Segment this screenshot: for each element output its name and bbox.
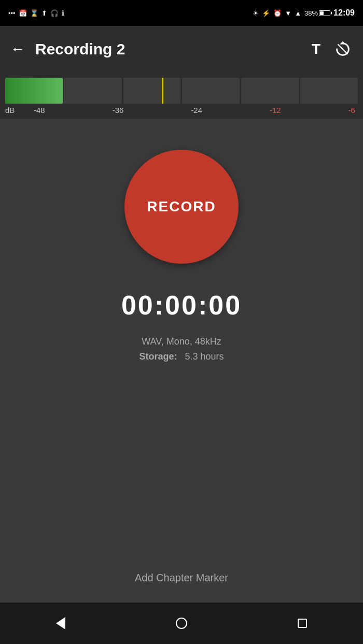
record-button-label: RECORD — [147, 198, 216, 215]
main-content: RECORD 00:00:00 WAV, Mono, 48kHz Storage… — [0, 119, 363, 603]
vu-meter-section: dB -48 -36 -24 -12 -6 — [0, 73, 363, 119]
back-triangle-icon — [56, 617, 65, 629]
recents-square-icon — [298, 619, 307, 628]
vu-label-12: -12 — [270, 106, 281, 115]
chapter-marker-button[interactable]: Add Chapter Marker — [127, 564, 236, 592]
storage-label: Storage: — [139, 351, 177, 362]
vu-segment-2 — [123, 78, 181, 104]
record-button[interactable]: RECORD — [124, 150, 239, 264]
nav-home-button[interactable] — [171, 613, 192, 634]
vu-marker — [162, 78, 163, 104]
storage-value: 5.3 hours — [185, 351, 224, 362]
vu-meter-bar — [5, 78, 358, 104]
status-bar: ••• 📅 ⌛ ⬆ 🎧 ℹ ☀ ⚡ ⏰ ▼ ▲ 38% 12:09 — [0, 0, 363, 26]
hourglass-icon: ⌛ — [30, 9, 38, 17]
signal-icon: ▲ — [295, 9, 301, 17]
vu-label-values: -48 -36 -24 -12 -6 — [31, 106, 358, 115]
status-bar-right: ☀ ⚡ ⏰ ▼ ▲ 38% 12:09 — [253, 8, 355, 18]
status-time: 12:09 — [333, 8, 355, 18]
text-button[interactable]: T — [312, 41, 320, 58]
vu-segment-active — [5, 78, 63, 104]
db-label: dB — [5, 106, 31, 115]
brightness-icon: ☀ — [253, 9, 259, 17]
wifi-icon: ▼ — [285, 9, 291, 17]
headphone-icon: 🎧 — [50, 9, 59, 17]
chapter-marker-label: Add Chapter Marker — [135, 572, 228, 583]
format-line: WAV, Mono, 48kHz — [139, 336, 224, 347]
vu-label-6: -6 — [348, 106, 355, 115]
bluetooth-icon: ⚡ — [262, 9, 270, 17]
upload-icon: ⬆ — [41, 9, 47, 17]
vu-label-24: -24 — [191, 106, 202, 115]
rotate-icon[interactable] — [333, 39, 353, 59]
home-circle-icon — [176, 618, 187, 629]
app-bar: ← Recording 2 T — [0, 26, 363, 73]
vu-segment-5 — [300, 78, 358, 104]
format-info: WAV, Mono, 48kHz Storage: 5.3 hours — [139, 336, 224, 362]
nav-recents-button[interactable] — [292, 613, 313, 634]
storage-line: Storage: 5.3 hours — [139, 351, 224, 362]
calendar-icon: 📅 — [19, 9, 27, 17]
battery-icon — [319, 10, 330, 16]
vu-segment-3 — [182, 78, 240, 104]
vu-segment-4 — [241, 78, 299, 104]
battery-percent: 38% — [304, 9, 318, 17]
back-button[interactable]: ← — [10, 42, 25, 56]
battery-indicator: 38% — [304, 9, 330, 17]
vu-segment-1 — [64, 78, 122, 104]
battery-fill — [320, 11, 324, 15]
vu-label-36: -36 — [113, 106, 124, 115]
svg-line-2 — [338, 45, 348, 54]
menu-dots-icon: ••• — [8, 9, 16, 17]
vu-label-48: -48 — [34, 106, 45, 115]
nav-bar — [0, 603, 363, 644]
page-title: Recording 2 — [35, 40, 312, 58]
alarm-icon: ⏰ — [273, 9, 282, 17]
vu-labels: dB -48 -36 -24 -12 -6 — [5, 104, 358, 119]
svg-marker-1 — [340, 41, 345, 45]
nav-back-button[interactable] — [50, 613, 71, 634]
timer-display: 00:00:00 — [121, 290, 242, 321]
info-icon: ℹ — [62, 9, 64, 17]
status-bar-left: ••• 📅 ⌛ ⬆ 🎧 ℹ — [8, 9, 64, 17]
